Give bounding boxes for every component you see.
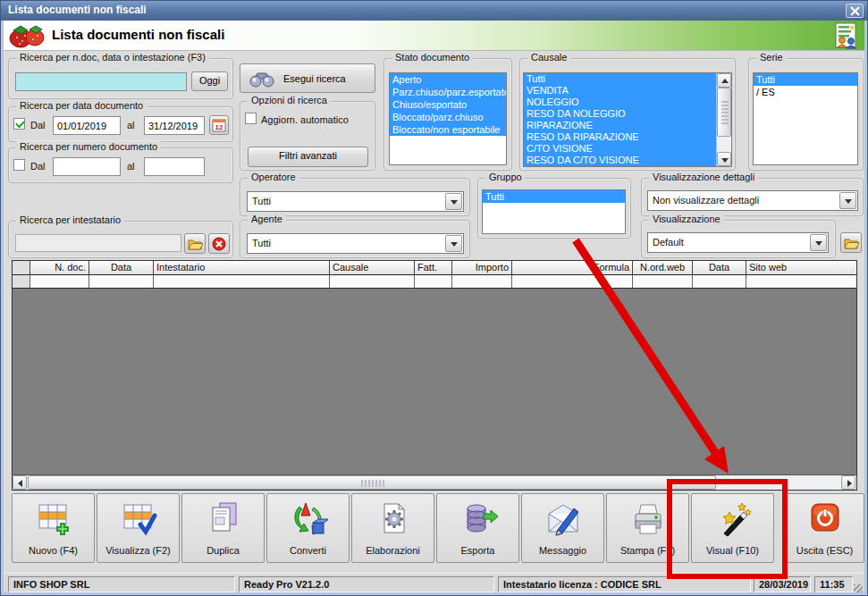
today-button[interactable]: Oggi bbox=[191, 71, 228, 91]
stato-listbox[interactable]: Aperto Parz.chiuso/parz.esportato Chiuso… bbox=[389, 72, 507, 165]
causale-listbox[interactable]: Tutti VENDITA NOLEGGIO RESO DA NOLEGGIO … bbox=[523, 72, 732, 167]
agente-dropdown[interactable]: Tutti bbox=[247, 233, 464, 254]
table-empty-row bbox=[13, 275, 856, 289]
column-header[interactable]: Data bbox=[693, 261, 746, 275]
holder-input[interactable] bbox=[15, 234, 181, 252]
magic-wand-icon bbox=[713, 501, 753, 537]
document-gear-icon bbox=[374, 501, 413, 537]
dropdown-button[interactable] bbox=[445, 193, 462, 210]
scroll-left-button[interactable] bbox=[13, 475, 27, 490]
new-button[interactable]: Nuovo (F4) bbox=[12, 493, 95, 563]
dettagli-dropdown[interactable]: Non visualizzare dettagli bbox=[647, 190, 858, 211]
visualizzazione-dropdown[interactable]: Default bbox=[647, 232, 829, 253]
group-causale-label: Causale bbox=[527, 52, 570, 63]
date-from-label: Dal bbox=[30, 120, 46, 130]
column-header[interactable]: Fatt. bbox=[415, 261, 452, 275]
visualizzazione-open-button[interactable] bbox=[840, 232, 862, 253]
visual-button[interactable]: Visual (F10) bbox=[691, 493, 774, 563]
number-to-input[interactable] bbox=[144, 157, 205, 176]
horizontal-scrollbar[interactable] bbox=[13, 474, 856, 490]
export-button[interactable]: Esporta bbox=[436, 493, 519, 563]
strawberry-icon bbox=[6, 22, 49, 49]
window-title: Lista documenti non fiscali bbox=[8, 4, 147, 16]
arrow-down-icon bbox=[721, 158, 729, 163]
column-header[interactable]: Formula bbox=[512, 261, 633, 275]
search-button[interactable]: Esegui ricerca bbox=[240, 63, 375, 93]
date-from-input[interactable] bbox=[53, 116, 121, 135]
toolbar-button-label: Messaggio bbox=[522, 545, 603, 556]
list-item[interactable]: RESO DA RIPARAZIONE bbox=[524, 131, 717, 143]
column-header[interactable]: Sito web bbox=[746, 261, 856, 275]
status-time: 11:35 bbox=[814, 576, 853, 592]
print-button[interactable]: Stampa (F9) bbox=[606, 493, 689, 563]
resize-grip[interactable] bbox=[854, 584, 863, 593]
group-serie-label: Serie bbox=[756, 52, 787, 63]
gruppo-listbox[interactable]: Tutti bbox=[482, 189, 626, 234]
number-from-input[interactable] bbox=[53, 157, 121, 176]
duplicate-button[interactable]: Duplica bbox=[181, 493, 265, 563]
list-item[interactable]: Parz.chiuso/parz.esportato bbox=[390, 86, 506, 98]
search-doc-input[interactable] bbox=[15, 72, 187, 91]
app-window: Lista documenti non fiscali Lista docume… bbox=[0, 0, 868, 596]
list-item[interactable]: Bloccato/non esportabile bbox=[390, 123, 506, 136]
list-item[interactable]: NOLEGGIO bbox=[524, 97, 717, 108]
calendar-button[interactable]: 12 bbox=[209, 115, 229, 135]
group-dettagli-label: Visualizzazione dettagli bbox=[649, 172, 758, 182]
column-header[interactable]: N.ord.web bbox=[633, 261, 693, 275]
toolbar-button-label: Duplica bbox=[182, 545, 264, 556]
number-filter-checkbox[interactable] bbox=[13, 159, 25, 171]
list-item[interactable]: C/TO VISIONE bbox=[524, 143, 717, 155]
scrollbar-thumb[interactable] bbox=[717, 88, 731, 137]
dropdown-button[interactable] bbox=[445, 235, 462, 252]
list-item[interactable]: VENDITA bbox=[524, 85, 717, 97]
column-header[interactable]: Intestatario bbox=[154, 261, 330, 275]
serie-listbox[interactable]: Tutti / ES bbox=[753, 72, 858, 165]
list-item[interactable]: Aperto bbox=[390, 73, 506, 86]
status-company: INFO SHOP SRL bbox=[8, 576, 235, 592]
list-item[interactable]: RESO DA C/TO VISIONE bbox=[524, 155, 717, 166]
scroll-right-button[interactable] bbox=[841, 475, 855, 490]
arrow-up-icon bbox=[721, 79, 729, 83]
column-header[interactable]: N. doc. bbox=[30, 261, 89, 275]
holder-browse-button[interactable] bbox=[184, 233, 206, 254]
list-item[interactable]: Tutti bbox=[754, 73, 857, 86]
close-icon bbox=[850, 6, 860, 16]
holder-clear-button[interactable] bbox=[208, 233, 230, 254]
causale-scrollbar[interactable] bbox=[716, 73, 731, 166]
operatore-dropdown[interactable]: Tutti bbox=[247, 191, 464, 212]
close-button[interactable] bbox=[846, 4, 864, 18]
date-filter-checkbox[interactable] bbox=[13, 118, 25, 130]
scroll-up-button[interactable] bbox=[717, 73, 731, 88]
thumb-grip-icon bbox=[721, 101, 729, 124]
advanced-filters-button[interactable]: Filtri avanzati bbox=[248, 147, 368, 167]
contacts-list-icon[interactable] bbox=[830, 22, 860, 49]
list-item[interactable]: Chiuso/esportato bbox=[390, 98, 506, 111]
group-visualizzazione-label: Visualizzazione bbox=[649, 214, 724, 224]
list-item[interactable]: / ES bbox=[754, 86, 857, 98]
convert-button[interactable]: Converti bbox=[266, 493, 350, 563]
list-item[interactable]: Bloccato/parz.chiuso bbox=[390, 111, 506, 123]
view-button[interactable]: Visualizza (F2) bbox=[97, 493, 180, 563]
power-icon bbox=[809, 501, 841, 533]
chevron-down-icon bbox=[451, 200, 458, 205]
dropdown-button[interactable] bbox=[839, 192, 856, 209]
scrollbar-thumb[interactable] bbox=[28, 475, 716, 490]
date-to-input[interactable] bbox=[144, 116, 205, 135]
dropdown-button[interactable] bbox=[810, 234, 827, 251]
auto-update-checkbox[interactable] bbox=[245, 113, 257, 124]
column-header[interactable]: Data bbox=[89, 261, 154, 275]
column-header[interactable]: Importo bbox=[452, 261, 512, 275]
column-header[interactable]: Causale bbox=[330, 261, 415, 275]
group-search-doc-label: Ricerca per n.doc, data o intestazione (… bbox=[16, 52, 209, 63]
list-item[interactable]: Tutti bbox=[524, 73, 717, 85]
calendar-icon: 12 bbox=[212, 118, 226, 132]
message-button[interactable]: Messaggio bbox=[521, 493, 604, 563]
documents-table[interactable]: N. doc. Data Intestatario Causale Fatt. … bbox=[12, 260, 857, 491]
exit-button[interactable]: Uscita (ESC) bbox=[785, 493, 864, 563]
process-button[interactable]: Elaborazioni bbox=[351, 493, 434, 563]
list-item[interactable]: RIPARAZIONE bbox=[524, 120, 717, 131]
list-item[interactable]: Tutti bbox=[483, 190, 625, 203]
list-item[interactable]: RESO DA NOLEGGIO bbox=[524, 108, 717, 120]
scroll-down-button[interactable] bbox=[717, 152, 731, 166]
window-titlebar[interactable]: Lista documenti non fiscali bbox=[1, 1, 868, 21]
